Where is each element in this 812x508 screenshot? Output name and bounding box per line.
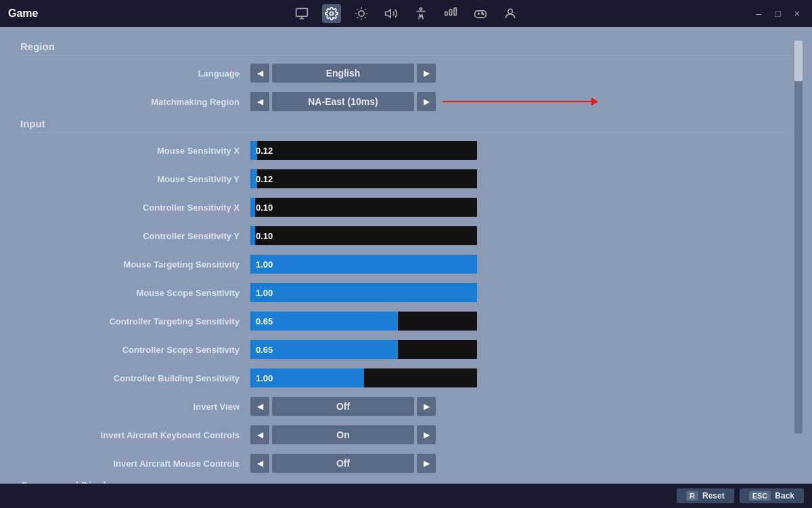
mouse-scope-sensitivity-label: Mouse Scope Sensitivity — [20, 288, 250, 298]
svg-line-11 — [357, 17, 358, 18]
svg-rect-0 — [296, 9, 308, 17]
back-button[interactable]: ESC Back — [740, 488, 804, 503]
controller-building-sensitivity-label: Controller Building Sensitivity — [20, 373, 250, 383]
settings-panel: Region Language ◀ English ▶ Matchmaking … — [0, 27, 812, 508]
language-value: English — [272, 64, 414, 83]
invert-aircraft-mouse-prev-button[interactable]: ◀ — [250, 454, 269, 473]
mouse-sensitivity-y-value: 0.12 — [256, 174, 273, 184]
mouse-sensitivity-y-row: Mouse Sensitivity Y 0.12 — [20, 167, 792, 191]
svg-line-12 — [365, 9, 365, 10]
svg-point-24 — [508, 9, 513, 14]
controller-building-sensitivity-value: 1.00 — [256, 373, 273, 383]
brightness-icon[interactable] — [352, 4, 371, 23]
invert-view-next-button[interactable]: ▶ — [417, 397, 436, 416]
controller-icon[interactable] — [471, 4, 490, 23]
svg-line-8 — [365, 17, 365, 18]
invert-aircraft-mouse-label: Invert Aircraft Mouse Controls — [20, 459, 250, 469]
controller-targeting-sensitivity-row: Controller Targeting Sensitivity 0.65 — [20, 309, 792, 333]
language-toggle: ◀ English ▶ — [250, 64, 436, 83]
invert-view-label: Invert View — [20, 402, 250, 412]
bottom-bar: R Reset ESC Back — [0, 484, 812, 508]
mouse-scope-sensitivity-slider[interactable]: 1.00 — [250, 283, 477, 302]
invert-aircraft-mouse-next-button[interactable]: ▶ — [417, 454, 436, 473]
mouse-sensitivity-x-value: 0.12 — [256, 146, 273, 156]
matchmaking-region-value: NA-East (10ms) — [272, 92, 414, 111]
mouse-sensitivity-y-label: Mouse Sensitivity Y — [20, 174, 250, 184]
title-bar: Game – □ × — [0, 0, 812, 27]
region-section-header: Region — [20, 41, 792, 56]
language-prev-button[interactable]: ◀ — [250, 64, 269, 83]
controller-scope-sensitivity-row: Controller Scope Sensitivity 0.65 — [20, 337, 792, 362]
mouse-sensitivity-x-row: Mouse Sensitivity X 0.12 — [20, 138, 792, 163]
mouse-sensitivity-x-slider[interactable]: 0.12 — [250, 141, 477, 160]
mouse-sensitivity-y-slider[interactable]: 0.12 — [250, 169, 477, 188]
language-label: Language — [20, 68, 250, 79]
close-button[interactable]: × — [790, 7, 804, 20]
controller-sensitivity-x-label: Controller Sensitivity X — [20, 203, 250, 213]
scrollbar-track[interactable] — [794, 41, 803, 433]
controller-sensitivity-x-value: 0.10 — [256, 203, 273, 213]
invert-view-prev-button[interactable]: ◀ — [250, 397, 269, 416]
controller-sensitivity-x-row: Controller Sensitivity X 0.10 — [20, 195, 792, 219]
reset-label: Reset — [702, 491, 725, 501]
controller-targeting-sensitivity-value: 0.65 — [256, 316, 273, 326]
svg-point-14 — [420, 8, 422, 10]
matchmaking-region-toggle: ◀ NA-East (10ms) ▶ — [250, 92, 436, 111]
controller-scope-sensitivity-value: 0.65 — [256, 345, 273, 355]
main-content: Region Language ◀ English ▶ Matchmaking … — [0, 27, 812, 508]
window-controls: – □ × — [752, 7, 804, 20]
svg-marker-13 — [386, 9, 391, 18]
svg-line-7 — [357, 9, 358, 10]
language-next-button[interactable]: ▶ — [417, 64, 436, 83]
controller-sensitivity-x-slider[interactable]: 0.10 — [250, 198, 477, 217]
network-icon[interactable] — [441, 4, 460, 23]
controller-sensitivity-y-label: Controller Sensitivity Y — [20, 231, 250, 241]
reset-button[interactable]: R Reset — [677, 488, 734, 503]
invert-aircraft-keyboard-prev-button[interactable]: ◀ — [250, 425, 269, 444]
mouse-sensitivity-x-label: Mouse Sensitivity X — [20, 146, 250, 156]
invert-view-value: Off — [272, 397, 414, 416]
back-key-badge: ESC — [749, 491, 771, 501]
invert-aircraft-mouse-toggle: ◀ Off ▶ — [250, 454, 436, 473]
input-section-header: Input — [20, 118, 792, 133]
accessibility-icon[interactable] — [411, 4, 430, 23]
svg-point-23 — [482, 14, 484, 15]
invert-aircraft-keyboard-row: Invert Aircraft Keyboard Controls ◀ On ▶ — [20, 423, 792, 447]
controller-sensitivity-y-value: 0.10 — [256, 231, 273, 241]
invert-view-toggle: ◀ Off ▶ — [250, 397, 436, 416]
scrollbar-thumb[interactable] — [794, 41, 803, 81]
invert-aircraft-keyboard-toggle: ◀ On ▶ — [250, 425, 436, 444]
controller-targeting-sensitivity-label: Controller Targeting Sensitivity — [20, 316, 250, 326]
controller-targeting-sensitivity-slider[interactable]: 0.65 — [250, 312, 477, 331]
invert-aircraft-keyboard-next-button[interactable]: ▶ — [417, 425, 436, 444]
reset-key-badge: R — [686, 491, 698, 501]
controller-scope-sensitivity-slider[interactable]: 0.65 — [250, 340, 477, 359]
invert-aircraft-mouse-value: Off — [272, 454, 414, 473]
mouse-targeting-sensitivity-label: Mouse Targeting Sensitivity — [20, 259, 250, 270]
controller-sensitivity-y-slider[interactable]: 0.10 — [250, 226, 477, 245]
mouse-targeting-sensitivity-value: 1.00 — [256, 259, 273, 270]
profile-icon[interactable] — [501, 4, 520, 23]
mouse-targeting-sensitivity-slider[interactable]: 1.00 — [250, 255, 477, 274]
svg-point-4 — [359, 11, 364, 16]
gear-icon[interactable] — [322, 4, 341, 23]
audio-icon[interactable] — [382, 4, 401, 23]
monitor-icon[interactable] — [292, 4, 311, 23]
controller-building-sensitivity-row: Controller Building Sensitivity 1.00 — [20, 366, 792, 390]
matchmaking-prev-button[interactable]: ◀ — [250, 92, 269, 111]
controller-sensitivity-y-row: Controller Sensitivity Y 0.10 — [20, 224, 792, 248]
invert-aircraft-keyboard-label: Invert Aircraft Keyboard Controls — [20, 430, 250, 440]
app-title: Game — [8, 7, 38, 20]
controller-building-sensitivity-slider[interactable]: 1.00 — [250, 368, 477, 387]
invert-aircraft-mouse-row: Invert Aircraft Mouse Controls ◀ Off ▶ — [20, 451, 792, 475]
minimize-button[interactable]: – — [752, 7, 766, 20]
svg-rect-17 — [454, 8, 456, 16]
invert-aircraft-keyboard-value: On — [272, 425, 414, 444]
mouse-scope-sensitivity-value: 1.00 — [256, 288, 273, 298]
matchmaking-next-button[interactable]: ▶ — [417, 92, 436, 111]
language-row: Language ◀ English ▶ — [20, 61, 792, 85]
svg-point-3 — [330, 12, 334, 16]
maximize-button[interactable]: □ — [771, 7, 784, 20]
svg-rect-16 — [449, 9, 451, 15]
matchmaking-region-label: Matchmaking Region — [20, 97, 250, 107]
